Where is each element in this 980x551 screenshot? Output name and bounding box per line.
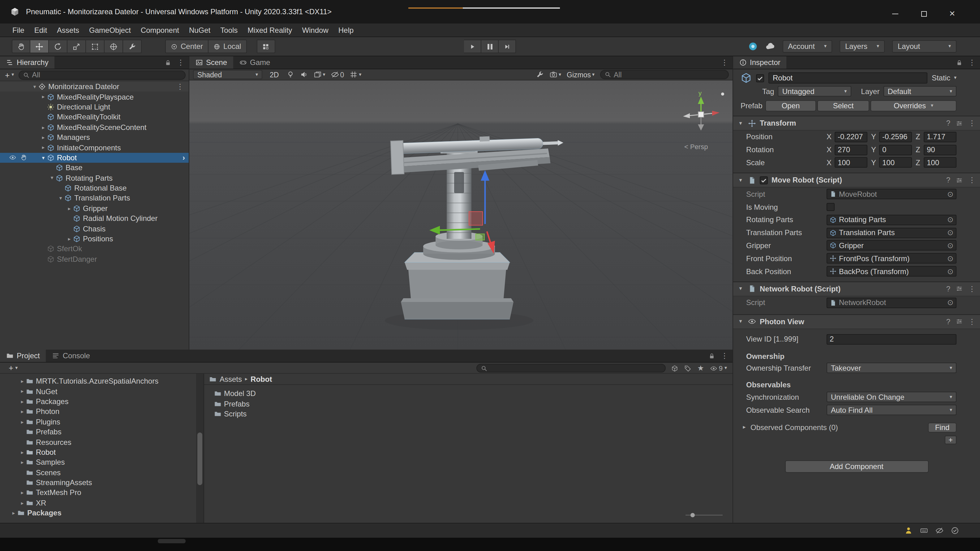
rotation-z-field[interactable]: 90	[924, 145, 956, 155]
asset-item[interactable]: Model 3D	[204, 389, 732, 399]
hierarchy-item[interactable]: ▸InitiateComponents	[0, 143, 189, 153]
foldout-open-icon[interactable]: ▾	[31, 84, 38, 89]
foldout-closed-icon[interactable]: ▸	[19, 490, 26, 495]
active-checkbox[interactable]	[756, 74, 764, 82]
check-circle-icon[interactable]	[951, 527, 959, 535]
gizmo-plane-handle-red[interactable]	[469, 212, 482, 225]
hand-tool-button[interactable]	[12, 40, 30, 53]
foldout-closed-icon[interactable]: ▸	[19, 419, 26, 424]
rotate-tool-button[interactable]	[49, 40, 67, 53]
presets-icon[interactable]	[956, 318, 963, 325]
project-folder[interactable]: ▸Packages	[0, 397, 204, 407]
foldout-open-icon[interactable]: ▾	[57, 196, 64, 201]
hierarchy-item[interactable]: Directional Light	[0, 102, 189, 112]
pause-button[interactable]	[481, 40, 499, 53]
menu-gameobject[interactable]: GameObject	[84, 24, 136, 37]
rotating-parts-field[interactable]: Rotating Parts⊙	[827, 215, 956, 225]
foldout-closed-icon[interactable]: ▸	[19, 449, 26, 455]
kebab-menu-icon[interactable]: ⋮	[721, 352, 728, 360]
menu-edit[interactable]: Edit	[29, 24, 52, 37]
menu-assets[interactable]: Assets	[52, 24, 84, 37]
object-picker-icon[interactable]: ⊙	[947, 299, 953, 307]
hierarchy-item[interactable]: MixedRealityToolkit	[0, 112, 189, 122]
find-button[interactable]: Find	[928, 423, 956, 433]
lighting-toggle-icon[interactable]	[286, 70, 294, 79]
gizmos-dropdown[interactable]: Gizmos▾	[567, 71, 595, 78]
visibility-eye-icon[interactable]	[9, 154, 16, 161]
foldout-closed-icon[interactable]: ▸	[40, 145, 47, 150]
menu-component[interactable]: Component	[136, 24, 184, 37]
hierarchy-item[interactable]: Base	[0, 163, 189, 173]
foldout-open-icon[interactable]: ▾	[737, 178, 744, 183]
help-icon[interactable]: ?	[946, 119, 950, 127]
prefab-open-button[interactable]: Open	[765, 100, 816, 111]
hierarchy-item[interactable]: Chasis	[0, 224, 189, 234]
pivot-toggle-button[interactable]: Center	[165, 40, 208, 53]
scene-viewport[interactable]: y < Persp	[189, 80, 732, 350]
menu-window[interactable]: Window	[297, 24, 333, 37]
project-folder[interactable]: ▸XR	[0, 498, 204, 508]
2d-toggle-button[interactable]: 2D	[268, 71, 281, 78]
custom-tool-button[interactable]	[123, 40, 142, 53]
foldout-closed-icon[interactable]: ▸	[19, 500, 26, 505]
project-folder[interactable]: ▸TextMesh Pro	[0, 488, 204, 498]
foldout-open-icon[interactable]: ▾	[48, 175, 56, 181]
kebab-menu-icon[interactable]: ⋮	[968, 59, 976, 66]
layout-dropdown[interactable]: Layout▾	[892, 40, 956, 53]
scrollbar-thumb[interactable]	[197, 433, 202, 485]
object-picker-icon[interactable]: ⊙	[947, 255, 953, 262]
hierarchy-item-disabled[interactable]: SfertOk	[0, 244, 189, 254]
foldout-open-icon[interactable]: ▾	[40, 155, 47, 160]
project-folder-robot-selected[interactable]: ▸Robot	[0, 447, 204, 457]
synchronization-dropdown[interactable]: Unreliable On Change▾	[827, 392, 956, 403]
foldout-closed-icon[interactable]: ▸	[19, 460, 26, 465]
foldout-closed-icon[interactable]: ▸	[19, 399, 26, 404]
hierarchy-search-input[interactable]: All	[18, 70, 186, 80]
favorites-star-icon[interactable]: ★	[697, 364, 704, 373]
gizmo-plane-handle-green[interactable]	[476, 234, 484, 240]
version-control-icon[interactable]	[748, 41, 757, 51]
project-folder[interactable]: Prefabs	[0, 427, 204, 437]
scene-tools-button[interactable]	[536, 70, 544, 79]
foldout-closed-icon[interactable]: ▸	[10, 510, 18, 516]
hierarchy-item[interactable]: ▾Translation Parts	[0, 193, 189, 204]
project-packages-root[interactable]: ▸Packages	[0, 508, 204, 518]
rect-tool-button[interactable]	[86, 40, 105, 53]
rotation-y-field[interactable]: 0	[879, 145, 912, 155]
scale-z-field[interactable]: 100	[924, 158, 956, 168]
create-object-button[interactable]: +▾	[3, 70, 16, 80]
hierarchy-item[interactable]: ▾Rotating Parts	[0, 173, 189, 183]
move-robot-component-header[interactable]: ▾ Move Robot (Script) ?⋮	[733, 173, 980, 188]
gripper-field[interactable]: Gripper⊙	[827, 240, 956, 251]
breadcrumb-assets[interactable]: Assets	[220, 375, 242, 383]
scene-search-input[interactable]: All	[600, 70, 729, 79]
transform-tool-button[interactable]	[105, 40, 123, 53]
script-field[interactable]: MoveRobot⊙	[827, 189, 956, 199]
observed-components-foldout[interactable]: ▸ Observed Components (0) Find	[733, 421, 980, 434]
add-component-button[interactable]: Add Component	[785, 460, 928, 473]
foldout-closed-icon[interactable]: ▸	[40, 125, 47, 130]
search-by-label-icon[interactable]	[684, 365, 691, 371]
foldout-open-icon[interactable]: ▾	[737, 286, 744, 292]
lock-icon[interactable]	[165, 59, 171, 66]
cloud-icon[interactable]	[765, 41, 775, 51]
grid-visibility-dropdown[interactable]: ▾	[350, 70, 361, 79]
presets-icon[interactable]	[956, 120, 963, 127]
object-picker-icon[interactable]: ⊙	[947, 268, 953, 275]
breadcrumb-current[interactable]: Robot	[251, 375, 272, 383]
menu-file[interactable]: File	[8, 24, 29, 37]
prefab-open-chevron-icon[interactable]: ›	[183, 153, 185, 162]
help-icon[interactable]: ?	[946, 317, 950, 326]
front-position-field[interactable]: FrontPos (Transform)⊙	[827, 253, 956, 264]
menu-mixed-reality[interactable]: Mixed Reality	[242, 24, 297, 37]
tab-scene[interactable]: Scene	[189, 56, 233, 68]
translation-parts-field[interactable]: Translation Parts⊙	[827, 228, 956, 238]
hierarchy-item[interactable]: ▸MixedRealityPlayspace	[0, 92, 189, 102]
hierarchy-scene-row[interactable]: ▾Monitorizarea Datelor⋮	[0, 82, 189, 92]
foldout-open-icon[interactable]: ▾	[737, 120, 744, 126]
position-x-field[interactable]: -0.2207	[835, 132, 867, 142]
presets-icon[interactable]	[956, 285, 963, 292]
project-folder[interactable]: ▸Plugins	[0, 417, 204, 427]
observable-search-dropdown[interactable]: Auto Find All▾	[827, 404, 956, 415]
layer-dropdown[interactable]: Default▾	[883, 86, 956, 97]
